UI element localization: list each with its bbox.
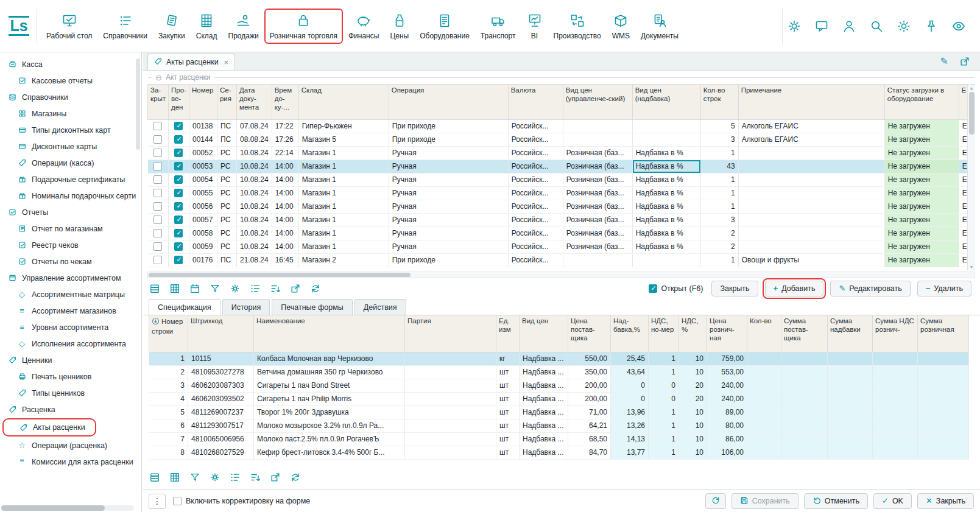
cell-row_count[interactable]: 2	[700, 226, 738, 240]
cell-price_kind[interactable]: Надбавка ...	[520, 352, 568, 365]
column-header-row_count[interactable]: Кол-во строк	[700, 85, 738, 119]
cell-supplier_price[interactable]: 200,00	[568, 379, 611, 392]
ok-button[interactable]: ✓OK	[873, 493, 912, 509]
detail-tab-история[interactable]: История	[222, 299, 270, 315]
column-header-retail_price[interactable]: Цена рознич-ная	[707, 315, 747, 352]
cell-time[interactable]: 14:00	[272, 240, 298, 253]
cell-currency[interactable]: Российск...	[508, 173, 563, 186]
cell-sklad[interactable]: Магазин 2	[298, 253, 389, 267]
cell-barcode[interactable]: 4606203087303	[188, 379, 254, 392]
column-header-line_no[interactable]: Номер строки	[149, 315, 188, 352]
cell-note[interactable]: Овощи и фрукты	[738, 253, 884, 267]
cell-markup_sum[interactable]	[828, 405, 873, 419]
pin-icon[interactable]	[923, 18, 939, 34]
cell-vat_pct[interactable]: 10	[679, 352, 707, 365]
act-row[interactable]: 00052РС10.08.2422:14Магазин 1РучнаяРосси…	[148, 146, 971, 160]
module-documents[interactable]: Документы	[635, 9, 684, 44]
cell-batch[interactable]	[405, 365, 496, 379]
cell-vat_retail_sum[interactable]	[873, 419, 918, 432]
tab-close-icon[interactable]: ×	[224, 58, 229, 67]
cell-time[interactable]: 14:00	[272, 200, 298, 213]
cell-markup_sum[interactable]	[828, 379, 873, 392]
cell-supplier_sum[interactable]	[781, 392, 828, 405]
cell-vat_pct[interactable]: 10	[679, 432, 707, 446]
cell-batch[interactable]	[405, 446, 496, 459]
sidebar-item-касса[interactable]: Касса	[0, 56, 141, 72]
act-row[interactable]: 00055РС10.08.2414:00Магазин 1РучнаяРосси…	[148, 186, 971, 200]
cell-price_kind_mgmt[interactable]: Розничная (баз...	[563, 226, 632, 240]
cell-markup_sum[interactable]	[828, 392, 873, 405]
cell-time[interactable]: 14:00	[272, 173, 298, 186]
column-header-price_kind_markup[interactable]: Вид цен (надбавка)	[632, 85, 700, 119]
cell-price_kind[interactable]: Надбавка ...	[520, 446, 568, 459]
cell-vat_pct[interactable]: 10	[679, 446, 707, 459]
cell-series[interactable]: РС	[217, 173, 236, 186]
cell-sklad[interactable]: Магазин 1	[298, 213, 389, 226]
cell-number[interactable]: 00056	[189, 200, 217, 213]
app-logo[interactable]: Ls	[5, 9, 33, 44]
cell-retail_price[interactable]: 89,00	[707, 405, 747, 419]
act-row[interactable]: 00138ПС07.08.2417:22Гипер-ФьюженПри прих…	[148, 119, 971, 133]
correction-checkbox[interactable]: Включить корректировку на форме	[173, 497, 310, 505]
cell-time[interactable]: 16:45	[272, 253, 298, 267]
cell-row_count[interactable]: 2	[700, 240, 738, 253]
cell-number[interactable]: 00055	[189, 186, 217, 200]
column-header-date[interactable]: Дата доку-мента	[236, 85, 272, 119]
act-row[interactable]: 00053РС10.08.2414:00Магазин 1РучнаяРосси…	[148, 160, 971, 173]
cell-qty[interactable]	[747, 365, 781, 379]
settings-icon[interactable]	[209, 471, 221, 483]
cell-retail_sum[interactable]	[918, 419, 969, 432]
detail-tab-спецификация[interactable]: Спецификация	[149, 299, 220, 315]
module-bi[interactable]: BI	[521, 9, 548, 44]
cell-date[interactable]: 10.08.24	[236, 200, 272, 213]
cell-status[interactable]: Не загружен	[884, 213, 959, 226]
cell-sklad[interactable]: Магазин 1	[298, 226, 389, 240]
cell-name[interactable]: Кефир брест-литовск 3.4-4% 500г Б...	[254, 446, 405, 459]
cell-currency[interactable]: Российск...	[508, 240, 563, 253]
cell-vat_retail_sum[interactable]	[873, 365, 918, 379]
cell-date[interactable]: 10.08.24	[236, 186, 272, 200]
cell-batch[interactable]	[405, 419, 496, 432]
closed-checkbox[interactable]	[153, 162, 162, 170]
cell-batch[interactable]	[405, 352, 496, 365]
cell-supplier_sum[interactable]	[781, 432, 828, 446]
cell-name[interactable]: Молоко паст.2.5% пл.0.9л РогачевЪ	[254, 432, 405, 446]
cell-vat_retail_sum[interactable]	[873, 446, 918, 459]
cell-row_count[interactable]: 3	[700, 213, 738, 226]
cell-supplier_sum[interactable]	[781, 365, 828, 379]
act-row[interactable]: 00058РС10.08.2414:00Магазин 1РучнаяРосси…	[148, 226, 971, 240]
cell-note[interactable]	[738, 240, 884, 253]
refresh-grid-icon[interactable]	[309, 282, 322, 295]
cell-batch[interactable]	[405, 405, 496, 419]
column-header-posted[interactable]: Про-ве-ден	[168, 85, 189, 119]
cell-sklad[interactable]: Магазин 1	[298, 240, 389, 253]
cell-number[interactable]: 00176	[189, 253, 217, 267]
sidebar-item-справочники[interactable]: Справочники	[0, 89, 141, 105]
cell-time[interactable]: 22:14	[272, 146, 298, 160]
numbered-list-icon[interactable]	[229, 471, 241, 483]
cell-price_kind[interactable]: Надбавка ...	[520, 379, 568, 392]
sidebar-item-операции-касса-[interactable]: Операции (касса)	[0, 155, 141, 171]
cell-price_kind_mgmt[interactable]	[563, 119, 632, 133]
cell-price_kind[interactable]: Надбавка ...	[520, 405, 568, 419]
cell-price_kind[interactable]: Надбавка ...	[520, 432, 568, 446]
cell-line_no[interactable]: 5	[149, 405, 188, 419]
sidebar-item-операции-расценка-[interactable]: ☆Операции (расценка)	[0, 437, 141, 454]
cell-time[interactable]: 14:00	[272, 213, 298, 226]
cell-operation[interactable]: Ручная	[389, 213, 508, 226]
scrollbar-thumb[interactable]	[149, 273, 411, 277]
select-rows-icon[interactable]	[149, 471, 161, 483]
posted-checkbox[interactable]	[174, 189, 183, 197]
cell-time[interactable]: 17:26	[272, 133, 298, 146]
closed-checkbox[interactable]	[153, 175, 162, 184]
sidebar-item-ассортиментные-матрицы[interactable]: ◇Ассортиментные матрицы	[0, 286, 141, 303]
cell-currency[interactable]: Российск...	[508, 146, 563, 160]
module-purchases[interactable]: Закупки	[153, 9, 191, 44]
cell-row_count[interactable]: 5	[700, 119, 738, 133]
cell-row_count[interactable]: 1	[700, 146, 738, 160]
cell-time[interactable]: 14:00	[272, 160, 298, 173]
cell-status[interactable]: Не загружен	[884, 253, 959, 267]
cell-name[interactable]: Колбаса Молочная вар Черкизово	[254, 352, 405, 365]
collapse-icon[interactable]: ⊖	[155, 73, 162, 82]
cell-price_kind_markup[interactable]: Надбавка в %	[632, 226, 700, 240]
